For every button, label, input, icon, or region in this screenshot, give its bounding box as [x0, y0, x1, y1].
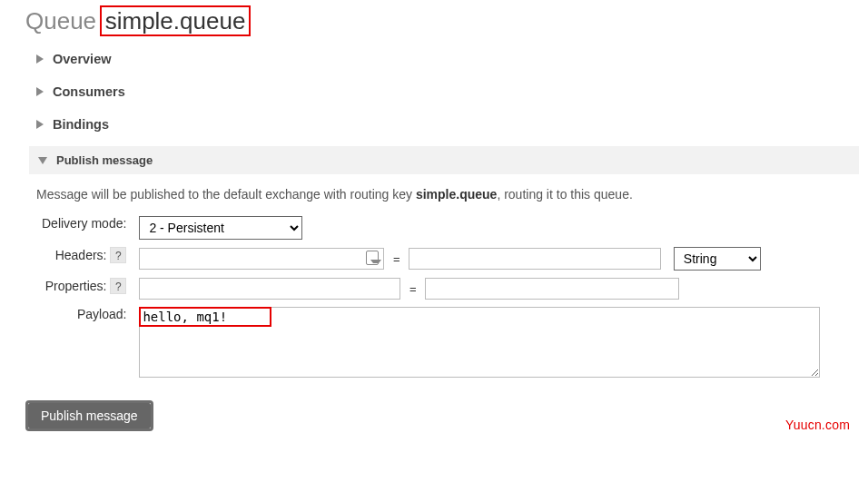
section-bindings-label: Bindings — [53, 117, 109, 132]
properties-help-icon[interactable]: ? — [110, 278, 126, 294]
page-title-label: Queue — [25, 7, 96, 34]
routing-key: simple.queue — [416, 187, 497, 202]
info-suffix: , routing it to this queue. — [497, 187, 632, 202]
property-key-input[interactable] — [139, 278, 400, 300]
equals-sign: = — [404, 282, 422, 296]
chevron-right-icon — [36, 120, 44, 129]
section-consumers-label: Consumers — [53, 84, 125, 99]
headers-help-icon[interactable]: ? — [110, 247, 126, 263]
publish-info-text: Message will be published to the default… — [36, 183, 868, 212]
publish-message-panel: Message will be published to the default… — [36, 174, 868, 384]
chevron-right-icon — [36, 87, 44, 96]
delivery-mode-select[interactable]: 2 - Persistent — [139, 216, 302, 240]
info-prefix: Message will be published to the default… — [36, 187, 416, 202]
header-type-select[interactable]: String — [674, 247, 761, 271]
equals-sign: = — [388, 252, 406, 266]
queue-name: simple.queue — [100, 5, 252, 36]
chevron-right-icon — [36, 54, 44, 64]
delivery-mode-label: Delivery mode: — [36, 212, 133, 243]
headers-label: Headers: — [55, 248, 107, 262]
section-bindings[interactable]: Bindings — [36, 108, 868, 141]
property-value-input[interactable] — [425, 278, 679, 300]
header-key-input[interactable] — [139, 248, 384, 270]
payload-label: Payload: — [36, 303, 133, 384]
properties-label: Properties: — [45, 279, 107, 293]
section-overview[interactable]: Overview — [36, 43, 868, 75]
chevron-down-icon — [38, 157, 47, 164]
section-publish-label: Publish message — [56, 153, 153, 167]
publish-message-button[interactable]: Publish message — [28, 403, 151, 428]
watermark-text: Yuucn.com — [785, 418, 850, 431]
payload-textarea[interactable]: hello, mq1! — [139, 307, 820, 378]
header-value-input[interactable] — [409, 248, 661, 270]
section-overview-label: Overview — [53, 52, 112, 66]
section-consumers[interactable]: Consumers — [36, 75, 868, 108]
section-publish-message[interactable]: Publish message — [29, 146, 859, 174]
